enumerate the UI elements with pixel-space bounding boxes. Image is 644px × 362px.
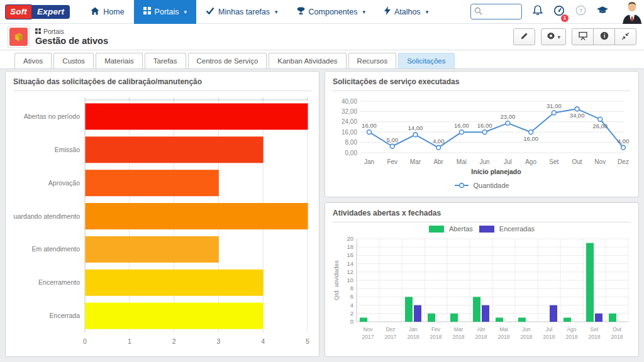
legend-item-quantidade[interactable]: Quantidade xyxy=(455,182,509,189)
svg-text:4,00: 4,00 xyxy=(433,138,445,145)
info-icon: i xyxy=(600,31,609,43)
svg-text:Fev: Fev xyxy=(387,158,397,165)
collapse-button[interactable] xyxy=(614,28,636,45)
svg-text:Ago: Ago xyxy=(567,326,576,332)
nav-item-home[interactable]: Home xyxy=(81,0,133,24)
divider xyxy=(333,90,631,91)
svg-text:Set: Set xyxy=(549,158,558,165)
tab-centros-de-servico[interactable]: Centros de Serviço xyxy=(188,53,267,69)
svg-text:Out: Out xyxy=(572,158,582,165)
svg-text:31,00: 31,00 xyxy=(547,102,562,109)
title-block: Portais Gestão de ativos xyxy=(35,28,108,46)
svg-text:14: 14 xyxy=(347,260,353,267)
notifications-button[interactable] xyxy=(533,5,543,18)
lightning-icon xyxy=(384,6,391,17)
svg-text:4,00: 4,00 xyxy=(618,138,630,145)
svg-text:Nov: Nov xyxy=(594,158,606,165)
panel-activities-chart: Atividades abertas x fechadas Abertas En… xyxy=(325,202,639,357)
panel-executed-chart: Solicitações de serviço executadas 40,00… xyxy=(325,71,639,197)
legend-label: Encerradas xyxy=(499,225,535,233)
svg-text:2018: 2018 xyxy=(408,334,419,340)
tab-kanban-atividades[interactable]: Kanban Atividades xyxy=(269,53,346,69)
svg-text:2018: 2018 xyxy=(521,334,533,340)
tab-label: Custos xyxy=(62,57,85,65)
svg-text:3: 3 xyxy=(216,337,220,345)
encerradas-swatch xyxy=(479,226,494,233)
tab-materiais[interactable]: Materiais xyxy=(96,53,143,69)
svg-text:2018: 2018 xyxy=(453,334,465,340)
tab-tarefas[interactable]: Tarefas xyxy=(145,53,186,69)
legend-label: Quantidade xyxy=(474,182,509,189)
svg-text:Mai: Mai xyxy=(457,158,467,165)
logo-expert-text: Expert xyxy=(31,5,70,19)
svg-text:23,00: 23,00 xyxy=(500,113,515,120)
nav-item-minhas-tarefas[interactable]: Minhas tarefas ▾ xyxy=(196,0,287,24)
page-title: Gestão de ativos xyxy=(35,36,108,46)
breadcrumb-label: Portais xyxy=(43,28,64,35)
svg-text:Jul: Jul xyxy=(504,158,512,165)
legend-item-encerradas[interactable]: Encerradas xyxy=(479,225,535,233)
global-search-input[interactable] xyxy=(485,8,521,16)
tab-custos[interactable]: Custos xyxy=(53,53,94,69)
svg-text:2: 2 xyxy=(350,310,353,317)
svg-text:0: 0 xyxy=(350,318,353,325)
info-button[interactable]: i xyxy=(593,28,615,45)
legend-label: Abertas xyxy=(449,225,473,233)
svg-text:2018: 2018 xyxy=(566,334,578,340)
logo-soft-text: Soft xyxy=(5,4,31,19)
portal-tabbar: Ativos Custos Materiais Tarefas Centros … xyxy=(0,50,644,69)
svg-text:0,00: 0,00 xyxy=(345,150,358,156)
nav-item-label: Componentes xyxy=(309,8,358,16)
svg-text:Jun: Jun xyxy=(522,326,531,332)
settings-button[interactable]: ▾ xyxy=(541,28,566,45)
nav-item-label: Atalhos xyxy=(394,8,421,16)
nav-item-atalhos[interactable]: Atalhos ▾ xyxy=(375,0,438,24)
svg-text:Jun: Jun xyxy=(480,158,490,165)
navbar-right: 1 ? xyxy=(470,0,644,24)
presentation-button[interactable] xyxy=(572,28,594,45)
activities-chart: 02468101214161820Nov2017Dez2017Jan2018Fe… xyxy=(333,234,631,352)
svg-text:26,00: 26,00 xyxy=(592,123,608,129)
svg-text:2018: 2018 xyxy=(498,334,510,340)
svg-text:5: 5 xyxy=(306,337,309,345)
svg-text:16,00: 16,00 xyxy=(454,122,469,129)
svg-text:Aguardando atendimento: Aguardando atendimento xyxy=(13,212,80,220)
tab-recursos[interactable]: Recursos xyxy=(348,53,397,69)
chevron-down-icon: ▾ xyxy=(557,34,560,40)
training-button[interactable] xyxy=(597,6,608,18)
svg-text:16,00: 16,00 xyxy=(362,122,377,129)
performance-button[interactable]: 1 xyxy=(553,5,565,19)
help-button[interactable]: ? xyxy=(575,5,586,18)
line-legend: Quantidade xyxy=(325,182,638,189)
nav-item-componentes[interactable]: Componentes ▾ xyxy=(287,0,375,24)
tab-label: Centros de Serviço xyxy=(197,57,258,65)
chart-title: Situação das solicitações de calibração/… xyxy=(6,72,319,90)
top-navbar: Soft Expert Home Portais ▾ Minhas tarefa… xyxy=(0,0,644,24)
tab-ativos[interactable]: Ativos xyxy=(14,53,52,69)
svg-text:6: 6 xyxy=(350,293,353,300)
svg-text:16,00: 16,00 xyxy=(523,135,538,142)
svg-text:Jan: Jan xyxy=(364,158,374,165)
breadcrumb[interactable]: Portais xyxy=(35,28,108,35)
svg-text:Mar: Mar xyxy=(454,326,464,332)
svg-text:Emissão: Emissão xyxy=(55,146,80,153)
global-search xyxy=(470,4,522,19)
nav-item-portais[interactable]: Portais ▾ xyxy=(134,0,196,24)
svg-text:8,00: 8,00 xyxy=(345,139,358,146)
softexpert-logo[interactable]: Soft Expert xyxy=(5,4,70,19)
abertas-swatch xyxy=(429,226,444,233)
svg-text:Aprovação: Aprovação xyxy=(48,179,80,187)
package-icon xyxy=(9,28,28,46)
svg-text:2: 2 xyxy=(172,337,176,345)
svg-text:16: 16 xyxy=(347,251,353,258)
divider xyxy=(333,222,631,222)
svg-text:20: 20 xyxy=(347,235,353,242)
svg-text:40,00: 40,00 xyxy=(341,98,357,105)
portal-tile[interactable] xyxy=(8,26,30,48)
tab-solicitacoes[interactable]: Solicitações xyxy=(398,53,454,69)
svg-text:2017: 2017 xyxy=(362,334,374,340)
legend-item-abertas[interactable]: Abertas xyxy=(429,225,473,233)
svg-text:Mar: Mar xyxy=(410,158,421,165)
edit-button[interactable] xyxy=(513,28,535,45)
user-avatar[interactable] xyxy=(620,0,644,24)
